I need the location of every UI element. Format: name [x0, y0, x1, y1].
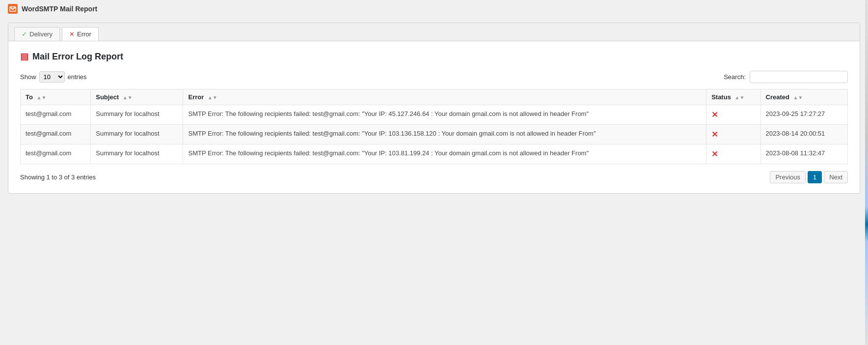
- app-logo-icon: [8, 4, 18, 14]
- tab-error-label: Error: [77, 30, 91, 38]
- page-1-button[interactable]: 1: [808, 171, 822, 183]
- content-area: ▤ Mail Error Log Report Show 10 25 50 10…: [8, 41, 860, 193]
- col-header-created[interactable]: Created ▲▼: [760, 89, 847, 105]
- cell-status: ✕: [706, 105, 760, 125]
- sort-icon-created: ▲▼: [793, 95, 803, 100]
- cell-status: ✕: [706, 125, 760, 144]
- show-entries: Show 10 25 50 100 entries: [20, 71, 87, 83]
- table-header-row: To ▲▼ Subject ▲▼ Error ▲▼ Status ▲▼: [21, 89, 848, 105]
- table-row: test@gmail.comSummary for localhostSMTP …: [21, 144, 848, 164]
- table-footer: Showing 1 to 3 of 3 entries Previous 1 N…: [20, 171, 848, 183]
- tab-delivery[interactable]: ✓ Delivery: [14, 27, 60, 41]
- main-container: ✓ Delivery ✕ Error ▤ Mail Error Log Repo…: [8, 23, 860, 194]
- sort-icon-status: ▲▼: [735, 95, 745, 100]
- cell-error: SMTP Error: The following recipients fai…: [183, 125, 706, 144]
- cell-to: test@gmail.com: [21, 125, 91, 144]
- cell-subject: Summary for localhost: [91, 125, 183, 144]
- col-header-to[interactable]: To ▲▼: [21, 89, 91, 105]
- check-icon: ✓: [22, 30, 27, 38]
- status-error-icon: ✕: [711, 111, 718, 119]
- cell-status: ✕: [706, 144, 760, 164]
- pagination: Previous 1 Next: [770, 171, 848, 183]
- table-row: test@gmail.comSummary for localhostSMTP …: [21, 125, 848, 144]
- search-label: Search:: [724, 73, 746, 81]
- cell-error: SMTP Error: The following recipients fai…: [183, 105, 706, 125]
- search-area: Search:: [724, 71, 848, 83]
- entries-label: entries: [68, 73, 87, 81]
- previous-button[interactable]: Previous: [770, 171, 806, 183]
- app-header: WordSMTP Mail Report: [0, 0, 868, 18]
- table-controls: Show 10 25 50 100 entries Search:: [20, 71, 848, 83]
- sort-icon-subject: ▲▼: [123, 95, 133, 100]
- cell-to: test@gmail.com: [21, 105, 91, 125]
- error-log-table: To ▲▼ Subject ▲▼ Error ▲▼ Status ▲▼: [20, 89, 848, 164]
- cell-created: 2023-08-14 20:00:51: [760, 125, 847, 144]
- section-title: ▤ Mail Error Log Report: [20, 51, 848, 62]
- sort-icon-to: ▲▼: [37, 95, 47, 100]
- col-header-status[interactable]: Status ▲▼: [706, 89, 760, 105]
- table-icon: ▤: [20, 51, 28, 62]
- cell-error: SMTP Error: The following recipients fai…: [183, 144, 706, 164]
- cell-to: test@gmail.com: [21, 144, 91, 164]
- showing-text: Showing 1 to 3 of 3 entries: [20, 173, 96, 181]
- tab-delivery-label: Delivery: [29, 30, 53, 38]
- tab-error[interactable]: ✕ Error: [62, 27, 99, 41]
- table-row: test@gmail.comSummary for localhostSMTP …: [21, 105, 848, 125]
- search-input[interactable]: [750, 71, 848, 83]
- tabs-bar: ✓ Delivery ✕ Error: [8, 23, 860, 41]
- cell-subject: Summary for localhost: [91, 105, 183, 125]
- cell-subject: Summary for localhost: [91, 144, 183, 164]
- x-icon: ✕: [69, 30, 75, 38]
- scrollbar[interactable]: [865, 0, 868, 199]
- col-header-error[interactable]: Error ▲▼: [183, 89, 706, 105]
- status-error-icon: ✕: [711, 130, 718, 139]
- cell-created: 2023-08-08 11:32:47: [760, 144, 847, 164]
- col-header-subject[interactable]: Subject ▲▼: [91, 89, 183, 105]
- app-title: WordSMTP Mail Report: [22, 5, 97, 13]
- cell-created: 2023-09-25 17:27:27: [760, 105, 847, 125]
- entries-select[interactable]: 10 25 50 100: [39, 71, 65, 83]
- section-title-text: Mail Error Log Report: [32, 52, 123, 62]
- next-button[interactable]: Next: [824, 171, 848, 183]
- sort-icon-error: ▲▼: [208, 95, 217, 100]
- status-error-icon: ✕: [711, 150, 718, 158]
- show-label: Show: [20, 73, 36, 81]
